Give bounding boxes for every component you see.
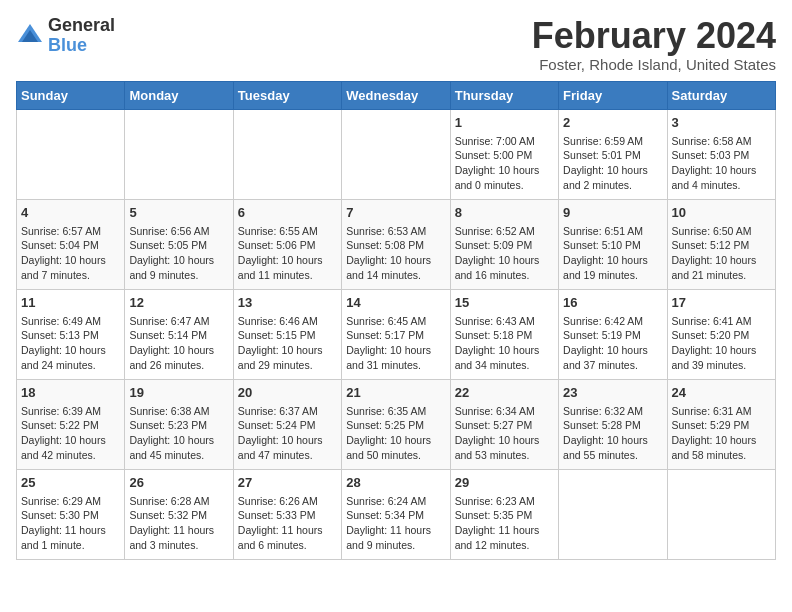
calendar-cell [342,109,450,199]
day-number: 17 [672,294,771,312]
calendar-cell: 29Sunrise: 6:23 AM Sunset: 5:35 PM Dayli… [450,469,558,559]
day-info: Sunrise: 6:58 AM Sunset: 5:03 PM Dayligh… [672,134,771,193]
calendar-cell: 13Sunrise: 6:46 AM Sunset: 5:15 PM Dayli… [233,289,341,379]
day-info: Sunrise: 6:35 AM Sunset: 5:25 PM Dayligh… [346,404,445,463]
calendar-cell [559,469,667,559]
day-number: 28 [346,474,445,492]
day-info: Sunrise: 6:57 AM Sunset: 5:04 PM Dayligh… [21,224,120,283]
calendar-cell: 24Sunrise: 6:31 AM Sunset: 5:29 PM Dayli… [667,379,775,469]
title-block: February 2024 Foster, Rhode Island, Unit… [532,16,776,73]
calendar-cell [233,109,341,199]
day-info: Sunrise: 6:47 AM Sunset: 5:14 PM Dayligh… [129,314,228,373]
day-info: Sunrise: 6:46 AM Sunset: 5:15 PM Dayligh… [238,314,337,373]
weekday-header: Tuesday [233,81,341,109]
day-info: Sunrise: 6:53 AM Sunset: 5:08 PM Dayligh… [346,224,445,283]
calendar-cell: 19Sunrise: 6:38 AM Sunset: 5:23 PM Dayli… [125,379,233,469]
calendar-cell: 6Sunrise: 6:55 AM Sunset: 5:06 PM Daylig… [233,199,341,289]
calendar-cell: 26Sunrise: 6:28 AM Sunset: 5:32 PM Dayli… [125,469,233,559]
day-number: 11 [21,294,120,312]
day-number: 16 [563,294,662,312]
day-number: 24 [672,384,771,402]
day-info: Sunrise: 6:52 AM Sunset: 5:09 PM Dayligh… [455,224,554,283]
day-info: Sunrise: 6:41 AM Sunset: 5:20 PM Dayligh… [672,314,771,373]
day-info: Sunrise: 6:37 AM Sunset: 5:24 PM Dayligh… [238,404,337,463]
day-info: Sunrise: 6:51 AM Sunset: 5:10 PM Dayligh… [563,224,662,283]
calendar-cell [667,469,775,559]
day-number: 4 [21,204,120,222]
calendar-cell: 17Sunrise: 6:41 AM Sunset: 5:20 PM Dayli… [667,289,775,379]
calendar-week: 25Sunrise: 6:29 AM Sunset: 5:30 PM Dayli… [17,469,776,559]
calendar-cell: 20Sunrise: 6:37 AM Sunset: 5:24 PM Dayli… [233,379,341,469]
day-number: 2 [563,114,662,132]
day-info: Sunrise: 6:42 AM Sunset: 5:19 PM Dayligh… [563,314,662,373]
day-number: 1 [455,114,554,132]
day-number: 14 [346,294,445,312]
day-number: 27 [238,474,337,492]
day-number: 15 [455,294,554,312]
day-number: 13 [238,294,337,312]
day-info: Sunrise: 6:24 AM Sunset: 5:34 PM Dayligh… [346,494,445,553]
day-number: 23 [563,384,662,402]
day-number: 21 [346,384,445,402]
day-info: Sunrise: 6:23 AM Sunset: 5:35 PM Dayligh… [455,494,554,553]
calendar-cell: 4Sunrise: 6:57 AM Sunset: 5:04 PM Daylig… [17,199,125,289]
day-number: 18 [21,384,120,402]
day-number: 3 [672,114,771,132]
calendar-cell: 7Sunrise: 6:53 AM Sunset: 5:08 PM Daylig… [342,199,450,289]
weekday-row: SundayMondayTuesdayWednesdayThursdayFrid… [17,81,776,109]
weekday-header: Friday [559,81,667,109]
calendar-cell [17,109,125,199]
calendar-cell: 27Sunrise: 6:26 AM Sunset: 5:33 PM Dayli… [233,469,341,559]
calendar-cell: 14Sunrise: 6:45 AM Sunset: 5:17 PM Dayli… [342,289,450,379]
logo-icon [16,22,44,50]
day-info: Sunrise: 6:28 AM Sunset: 5:32 PM Dayligh… [129,494,228,553]
day-info: Sunrise: 6:34 AM Sunset: 5:27 PM Dayligh… [455,404,554,463]
calendar-cell: 11Sunrise: 6:49 AM Sunset: 5:13 PM Dayli… [17,289,125,379]
calendar-cell: 18Sunrise: 6:39 AM Sunset: 5:22 PM Dayli… [17,379,125,469]
calendar-body: 1Sunrise: 7:00 AM Sunset: 5:00 PM Daylig… [17,109,776,559]
weekday-header: Saturday [667,81,775,109]
page-header: General Blue February 2024 Foster, Rhode… [16,16,776,73]
calendar-cell: 5Sunrise: 6:56 AM Sunset: 5:05 PM Daylig… [125,199,233,289]
logo: General Blue [16,16,115,56]
calendar-header: SundayMondayTuesdayWednesdayThursdayFrid… [17,81,776,109]
day-info: Sunrise: 6:43 AM Sunset: 5:18 PM Dayligh… [455,314,554,373]
day-info: Sunrise: 6:56 AM Sunset: 5:05 PM Dayligh… [129,224,228,283]
day-info: Sunrise: 7:00 AM Sunset: 5:00 PM Dayligh… [455,134,554,193]
calendar-cell: 12Sunrise: 6:47 AM Sunset: 5:14 PM Dayli… [125,289,233,379]
logo-text: General Blue [48,16,115,56]
calendar: SundayMondayTuesdayWednesdayThursdayFrid… [16,81,776,560]
day-info: Sunrise: 6:50 AM Sunset: 5:12 PM Dayligh… [672,224,771,283]
calendar-cell [125,109,233,199]
day-info: Sunrise: 6:49 AM Sunset: 5:13 PM Dayligh… [21,314,120,373]
calendar-cell: 1Sunrise: 7:00 AM Sunset: 5:00 PM Daylig… [450,109,558,199]
weekday-header: Sunday [17,81,125,109]
calendar-cell: 10Sunrise: 6:50 AM Sunset: 5:12 PM Dayli… [667,199,775,289]
logo-blue: Blue [48,36,115,56]
calendar-week: 11Sunrise: 6:49 AM Sunset: 5:13 PM Dayli… [17,289,776,379]
calendar-cell: 22Sunrise: 6:34 AM Sunset: 5:27 PM Dayli… [450,379,558,469]
calendar-cell: 2Sunrise: 6:59 AM Sunset: 5:01 PM Daylig… [559,109,667,199]
calendar-cell: 15Sunrise: 6:43 AM Sunset: 5:18 PM Dayli… [450,289,558,379]
day-number: 25 [21,474,120,492]
main-title: February 2024 [532,16,776,56]
day-info: Sunrise: 6:38 AM Sunset: 5:23 PM Dayligh… [129,404,228,463]
calendar-cell: 21Sunrise: 6:35 AM Sunset: 5:25 PM Dayli… [342,379,450,469]
day-number: 22 [455,384,554,402]
day-number: 29 [455,474,554,492]
day-info: Sunrise: 6:32 AM Sunset: 5:28 PM Dayligh… [563,404,662,463]
day-info: Sunrise: 6:31 AM Sunset: 5:29 PM Dayligh… [672,404,771,463]
day-number: 12 [129,294,228,312]
day-number: 8 [455,204,554,222]
weekday-header: Thursday [450,81,558,109]
calendar-cell: 9Sunrise: 6:51 AM Sunset: 5:10 PM Daylig… [559,199,667,289]
day-info: Sunrise: 6:39 AM Sunset: 5:22 PM Dayligh… [21,404,120,463]
subtitle: Foster, Rhode Island, United States [532,56,776,73]
day-number: 20 [238,384,337,402]
calendar-cell: 28Sunrise: 6:24 AM Sunset: 5:34 PM Dayli… [342,469,450,559]
calendar-week: 4Sunrise: 6:57 AM Sunset: 5:04 PM Daylig… [17,199,776,289]
weekday-header: Wednesday [342,81,450,109]
day-number: 6 [238,204,337,222]
day-info: Sunrise: 6:55 AM Sunset: 5:06 PM Dayligh… [238,224,337,283]
day-info: Sunrise: 6:26 AM Sunset: 5:33 PM Dayligh… [238,494,337,553]
